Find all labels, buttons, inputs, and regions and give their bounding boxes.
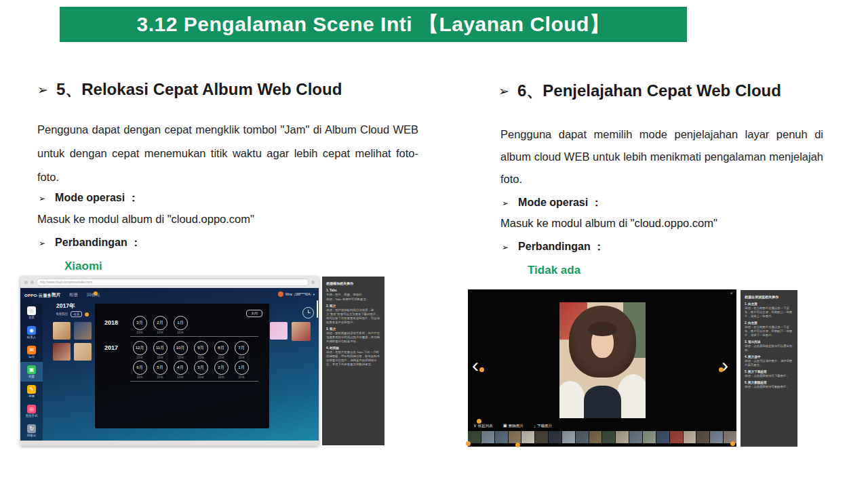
user-account[interactable]: Mina（188****604）▾ xyxy=(278,291,315,297)
sidebar-item-回收站[interactable]: ↻回收站 xyxy=(20,421,43,441)
title-banner: 3.12 Pengalaman Scene Inti 【Layanan Clou… xyxy=(60,7,687,42)
portrait-photo xyxy=(559,302,646,418)
app-label: 查找手机 xyxy=(26,414,38,418)
notes-section-heading: 4. 图片选中 xyxy=(745,355,793,359)
timeline-month-circle[interactable]: 3月 xyxy=(194,361,208,375)
browser-chrome: http://www.cloud.com/photo/index.html xyxy=(20,277,319,288)
delete-photo-button[interactable]: ▣ 删除图片 xyxy=(503,423,524,428)
app-glyph-icon: ▣ xyxy=(29,367,35,373)
frame-icon: ▣ xyxy=(503,423,507,428)
nav-albums-tab[interactable]: 相册 xyxy=(69,292,78,298)
download-photo-button[interactable]: ↓ 下载图片 xyxy=(534,424,552,428)
timeline-month[interactable]: 1月10张 xyxy=(171,316,190,334)
toolbar-label: 删除图片 xyxy=(509,424,524,428)
sidebar-item-首页[interactable]: ⌂首页 xyxy=(20,303,43,323)
timeline-month-circle[interactable]: 4月 xyxy=(174,361,188,375)
timeline-month-circle[interactable]: 11月 xyxy=(153,341,167,355)
timeline-divider xyxy=(130,336,258,337)
right-compare-value: Tidak ada xyxy=(528,264,580,277)
avatar xyxy=(278,291,283,297)
filmstrip-thumbnail[interactable] xyxy=(562,431,575,443)
perbandingan-label: Perbandingan ： xyxy=(55,236,141,250)
menu-button[interactable] xyxy=(311,281,315,284)
scrollbar[interactable] xyxy=(317,300,318,318)
viewer-toolbar: ∨ 收起列表 ▣ 删除图片 ↓ 下载图片 xyxy=(473,423,552,428)
username-text: Mina（188****604）▾ xyxy=(285,293,315,296)
notes-line: 说明：点击可以选中图片，选中后图片高亮显示。 xyxy=(745,359,793,367)
timeline-month[interactable]: 2月10张 xyxy=(212,361,231,379)
timeline-month[interactable]: 2月10张 xyxy=(151,316,170,334)
timeline-month-circle[interactable]: 1月 xyxy=(235,361,249,375)
timeline-month-circle[interactable]: 5月 xyxy=(153,361,167,375)
timeline-month-circle[interactable]: 1月 xyxy=(174,316,188,330)
filmstrip-thumbnail[interactable] xyxy=(481,431,494,443)
timeline-month[interactable]: 6月10张 xyxy=(130,361,149,379)
notes-line: 说明：在照片页面点击 Tabs 下的一个时间轴图标，弹出时间轴浮层，按年份和月份… xyxy=(326,350,380,367)
filmstrip-thumbnail[interactable] xyxy=(710,431,723,443)
app-icon: ◎ xyxy=(27,405,36,413)
filmstrip-thumbnail[interactable] xyxy=(509,431,521,443)
sidebar-item-查找手机[interactable]: ◎查找手机 xyxy=(20,401,43,421)
photo-thumbnail[interactable] xyxy=(292,322,311,341)
arrow-bullet-icon: ➢ xyxy=(39,239,45,248)
filmstrip-thumbnail[interactable] xyxy=(656,431,669,443)
timeline-month[interactable]: 12月10张 xyxy=(130,341,149,359)
filmstrip-thumbnail[interactable] xyxy=(670,431,683,443)
timeline-month-circle[interactable]: 2月 xyxy=(214,361,229,375)
filmstrip-thumbnail[interactable] xyxy=(576,431,589,443)
sidebar-item-联系人[interactable]: ◉联系人 xyxy=(20,323,43,342)
timeline-month[interactable]: 4月10张 xyxy=(171,361,190,379)
app-glyph-icon: ◎ xyxy=(29,407,34,412)
filmstrip-thumbnail[interactable] xyxy=(602,431,615,443)
timeline-month[interactable]: 8月10张 xyxy=(212,341,231,359)
timeline-month-circle[interactable]: 10月 xyxy=(174,341,188,355)
filmstrip-thumbnail[interactable] xyxy=(549,431,561,443)
timeline-month-circle[interactable]: 2月 xyxy=(153,316,167,330)
back-button[interactable] xyxy=(24,281,28,284)
sidebar-item-便签[interactable]: ✎便签 xyxy=(20,382,43,401)
photo-thumbnail[interactable] xyxy=(74,322,92,340)
timeline-month[interactable]: 5月10张 xyxy=(151,361,170,379)
photo-thumbnail[interactable] xyxy=(53,322,71,340)
filmstrip-thumbnail[interactable] xyxy=(535,431,548,443)
filmstrip-thumbnail[interactable] xyxy=(684,431,696,443)
timeline-month[interactable]: 3月10张 xyxy=(130,316,149,334)
filmstrip-thumbnail[interactable] xyxy=(643,431,656,443)
notes-title: 相册模块相关操作 xyxy=(326,281,380,285)
filmstrip-thumbnail[interactable] xyxy=(616,431,629,443)
url-bar[interactable]: http://www.cloud.com/photo/index.html xyxy=(37,279,309,286)
timeline-month[interactable]: 9月10张 xyxy=(191,341,210,359)
sidebar-item-短信[interactable]: ✉短信 xyxy=(20,342,43,362)
nav-photos-tab[interactable]: 照片 xyxy=(52,292,60,298)
timeline-month[interactable]: 1月10张 xyxy=(232,361,251,379)
filmstrip-thumbnail[interactable] xyxy=(696,431,709,443)
right-body-paragraph: Pengguna dapat memilih mode penjelajahan… xyxy=(500,123,823,190)
timeline-month-circle[interactable]: 3月 xyxy=(133,316,147,330)
forward-button[interactable] xyxy=(31,281,34,284)
timeline-month[interactable]: 3月10张 xyxy=(191,361,210,379)
clock-icon[interactable] xyxy=(302,307,314,319)
filmstrip-thumbnail[interactable] xyxy=(629,431,642,443)
timeline-month[interactable]: 7月10张 xyxy=(232,341,251,359)
photo-thumbnail[interactable] xyxy=(53,343,71,361)
app-glyph-icon: ✎ xyxy=(29,387,34,392)
filmstrip-thumbnail[interactable] xyxy=(495,431,508,443)
timeline-month[interactable]: 11月10张 xyxy=(151,341,170,359)
collapse-list-button[interactable]: ∨ 收起列表 xyxy=(473,423,493,428)
timeline-month-circle[interactable]: 8月 xyxy=(214,341,229,355)
timeline-month-circle[interactable]: 12月 xyxy=(133,341,147,355)
photo-thumbnail[interactable] xyxy=(74,343,92,361)
filmstrip-thumbnail[interactable] xyxy=(589,431,602,443)
timeline-month[interactable]: 10月10张 xyxy=(171,341,190,359)
close-icon[interactable]: × xyxy=(730,290,733,296)
sidebar-item-相册[interactable]: ▣相册 xyxy=(20,362,43,382)
timeline-month-circle[interactable]: 6月 xyxy=(133,361,147,375)
next-photo-arrow[interactable]: › xyxy=(722,355,728,375)
timeline-month-circle[interactable]: 9月 xyxy=(194,341,208,355)
previous-photo-arrow[interactable]: ‹ xyxy=(472,355,479,375)
photo-thumbnail[interactable] xyxy=(270,322,288,340)
filmstrip-thumbnail[interactable] xyxy=(521,431,534,443)
timeline-month-circle[interactable]: 7月 xyxy=(235,341,249,355)
timeline-month-count: 10张 xyxy=(212,356,231,359)
today-pill[interactable]: 今天 xyxy=(71,311,82,317)
